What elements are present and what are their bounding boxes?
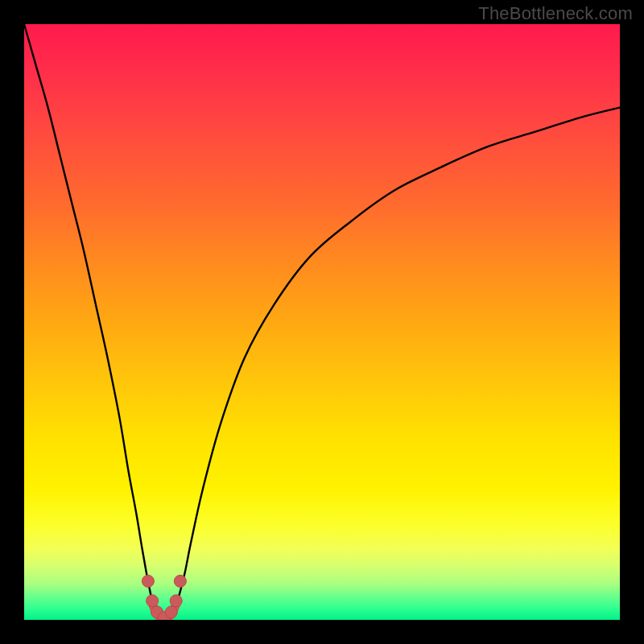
curve-layer <box>24 24 620 620</box>
plot-area <box>24 24 620 620</box>
chart-frame: TheBottleneck.com <box>0 0 644 644</box>
curve-right-branch <box>173 108 620 611</box>
bottleneck-curve <box>24 24 620 611</box>
watermark-text: TheBottleneck.com <box>478 3 633 24</box>
valley-marker-dot <box>165 606 177 618</box>
valley-marker-dot <box>170 595 182 607</box>
valley-marker-dot <box>174 575 186 587</box>
valley-marker-dots <box>142 575 186 620</box>
valley-marker-dot <box>142 575 154 587</box>
valley-marker-dot <box>147 595 159 607</box>
curve-left-branch <box>24 24 155 611</box>
